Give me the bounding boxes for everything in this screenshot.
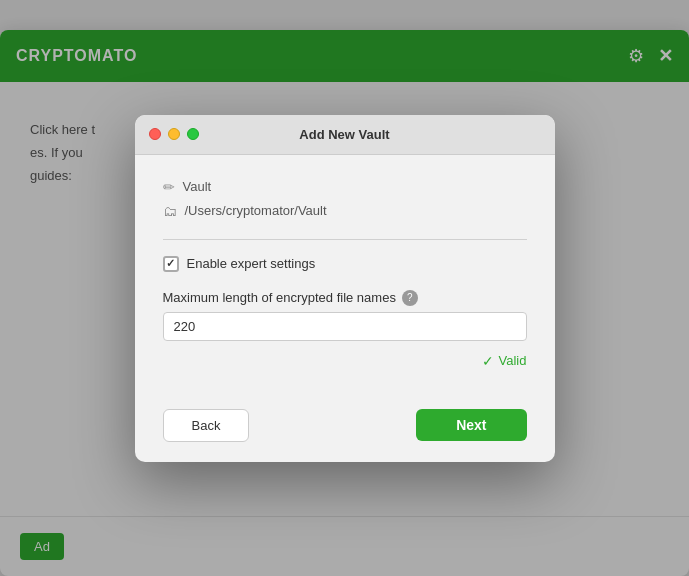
add-vault-dialog: Add New Vault ✏ Vault 🗂 /Users/cryptomat… bbox=[135, 115, 555, 462]
valid-row: ✓ Valid bbox=[163, 353, 527, 369]
modal-overlay: Add New Vault ✏ Vault 🗂 /Users/cryptomat… bbox=[0, 0, 689, 576]
maximize-traffic-light[interactable] bbox=[187, 128, 199, 140]
back-button[interactable]: Back bbox=[163, 409, 250, 442]
expert-settings-label: Enable expert settings bbox=[187, 256, 316, 271]
modal-footer: Back Next bbox=[135, 393, 555, 462]
next-button[interactable]: Next bbox=[416, 409, 526, 441]
vault-name-text: Vault bbox=[183, 179, 212, 194]
traffic-lights bbox=[149, 128, 199, 140]
valid-text: Valid bbox=[499, 353, 527, 368]
max-length-input[interactable] bbox=[163, 312, 527, 341]
help-icon[interactable]: ? bbox=[402, 290, 418, 306]
valid-check-icon: ✓ bbox=[482, 353, 494, 369]
minimize-traffic-light[interactable] bbox=[168, 128, 180, 140]
close-traffic-light[interactable] bbox=[149, 128, 161, 140]
vault-path-row: 🗂 /Users/cryptomator/Vault bbox=[163, 203, 527, 219]
modal-titlebar: Add New Vault bbox=[135, 115, 555, 155]
vault-info: ✏ Vault 🗂 /Users/cryptomator/Vault bbox=[163, 179, 527, 219]
divider bbox=[163, 239, 527, 240]
vault-name-row: ✏ Vault bbox=[163, 179, 527, 195]
field-label: Maximum length of encrypted file names bbox=[163, 290, 396, 305]
field-label-row: Maximum length of encrypted file names ? bbox=[163, 290, 527, 306]
modal-body: ✏ Vault 🗂 /Users/cryptomator/Vault Enabl… bbox=[135, 155, 555, 393]
max-length-field-group: Maximum length of encrypted file names ? bbox=[163, 290, 527, 341]
modal-title: Add New Vault bbox=[299, 127, 389, 142]
expert-settings-checkbox[interactable] bbox=[163, 256, 179, 272]
folder-icon: 🗂 bbox=[163, 203, 177, 219]
pencil-icon: ✏ bbox=[163, 179, 175, 195]
vault-path-text: /Users/cryptomator/Vault bbox=[185, 203, 327, 218]
expert-settings-row[interactable]: Enable expert settings bbox=[163, 256, 527, 272]
